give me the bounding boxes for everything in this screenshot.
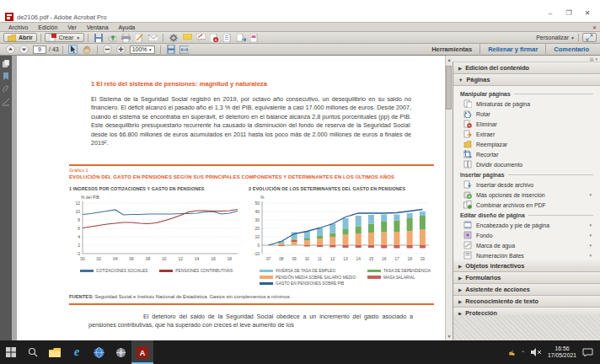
print-icon[interactable] xyxy=(121,33,131,42)
panel-section-reconocimiento[interactable]: ▶ Reconocimiento de texto xyxy=(453,296,600,308)
volume-muted-icon[interactable] xyxy=(531,348,542,356)
svg-text:00: 00 xyxy=(80,256,85,261)
gear-icon[interactable] xyxy=(169,33,179,42)
panel-section-formularios[interactable]: ▶ Formularios xyxy=(453,272,600,284)
expand-toolbar-button[interactable] xyxy=(582,33,597,42)
panel-item-extraer[interactable]: Extraer xyxy=(453,129,600,139)
upload-cloud-icon[interactable] xyxy=(108,33,117,42)
menu-ventana[interactable]: Ventana xyxy=(82,24,114,30)
panel-item-mas-opciones[interactable]: Más opciones de inserción ▾ xyxy=(453,190,600,200)
chevron-down-icon[interactable]: ▾ xyxy=(589,243,593,248)
menu-ver[interactable]: Ver xyxy=(62,24,82,30)
panel-section-asistente[interactable]: ▶ Asistente de acciones xyxy=(453,284,600,296)
annotate-icon[interactable] xyxy=(196,33,206,42)
tab-comentario[interactable]: Comentario xyxy=(545,44,597,56)
panel-item-encabezado[interactable]: Encabezado y pie de página ▾ xyxy=(453,220,600,230)
panel-item-eliminar[interactable]: Eliminar xyxy=(453,119,600,129)
taskbar-clock[interactable]: 16:56 17/05/2021 xyxy=(548,345,576,360)
panel-list-icon[interactable]: ▤ xyxy=(590,56,594,62)
panel-item-marca-agua[interactable]: Marca de agua ▾ xyxy=(453,240,600,250)
email-icon[interactable] xyxy=(148,33,158,42)
panel-item-miniaturas[interactable]: Miniaturas de página xyxy=(453,99,600,109)
acrobat-icon: A xyxy=(137,346,148,358)
panel-item-dividir[interactable]: Dividir documento xyxy=(453,159,600,169)
panel-item-insertar-archivo[interactable]: Insertar desde archivo xyxy=(453,179,600,190)
toolbar-close-icon[interactable]: ✕ xyxy=(592,24,597,30)
panel-item-recortar[interactable]: Recortar xyxy=(453,149,600,159)
panel-item-combinar[interactable]: Combinar archivos en PDF xyxy=(453,200,600,210)
fit-width-icon[interactable] xyxy=(179,45,189,54)
minimize-button[interactable]: – xyxy=(541,8,560,19)
ink-workspace-icon[interactable]: ✍ xyxy=(508,350,515,356)
action-center-icon[interactable] xyxy=(582,348,593,357)
chevron-right-icon: ▶ xyxy=(458,299,462,304)
chevron-down-icon[interactable]: ▾ xyxy=(589,233,593,238)
file-explorer-button[interactable] xyxy=(44,340,66,364)
menu-edicion[interactable]: Edición xyxy=(33,24,62,30)
maximize-button[interactable]: ❐ xyxy=(560,8,578,19)
chevron-down-icon[interactable]: ▾ xyxy=(595,56,597,62)
panel-item-rotar[interactable]: Rotar xyxy=(453,109,600,119)
menu-ayuda[interactable]: Ayuda xyxy=(114,24,141,30)
acrobat-taskbar-button[interactable]: A xyxy=(131,340,153,364)
taskbar-search-button[interactable] xyxy=(22,340,44,364)
group-editar-diseno: Editar diseño de página xyxy=(453,210,600,220)
scrolling-mode-icon[interactable] xyxy=(166,45,175,54)
previous-page-icon[interactable] xyxy=(6,45,15,54)
start-button[interactable] xyxy=(0,340,22,364)
attach-file-icon[interactable] xyxy=(223,33,233,42)
close-button[interactable]: ✕ xyxy=(578,8,597,19)
svg-text:14: 14 xyxy=(195,256,200,261)
panel-item-reemplazar[interactable]: Reemplazar xyxy=(453,139,600,149)
scroll-up-icon[interactable]: ▲ xyxy=(446,57,453,62)
svg-text:% del PIB: % del PIB xyxy=(81,195,100,200)
network-app-button[interactable] xyxy=(88,340,110,364)
chevron-down-icon[interactable]: ▾ xyxy=(589,222,593,228)
insert-pages-icon[interactable] xyxy=(237,33,246,42)
internet-explorer-button[interactable]: e xyxy=(66,340,88,364)
page-thumbnails-icon[interactable] xyxy=(2,60,10,68)
chevron-down-icon[interactable]: ▾ xyxy=(589,192,593,197)
figure-bottom-rule xyxy=(69,303,434,305)
save-icon[interactable] xyxy=(94,33,104,42)
scroll-down-icon[interactable]: ▼ xyxy=(446,334,453,339)
open-button[interactable]: Abrir xyxy=(3,33,37,42)
sticky-note-icon[interactable] xyxy=(183,33,192,42)
svg-text:11: 11 xyxy=(318,257,322,261)
scrollbar-thumb[interactable] xyxy=(446,66,452,110)
create-pdf-icon xyxy=(49,34,56,41)
chevron-down-icon[interactable]: ▾ xyxy=(589,253,593,258)
next-page-icon[interactable] xyxy=(19,45,29,54)
svg-text:8: 8 xyxy=(78,217,80,222)
panel-section-edicion[interactable]: ▶ Edición del contenido xyxy=(453,62,600,74)
svg-text:12: 12 xyxy=(178,256,183,261)
tray-chevron-icon[interactable]: ⌃ xyxy=(521,350,525,356)
zoom-in-icon[interactable] xyxy=(116,45,126,54)
tools-panel: ▶ Edición del contenido ▼ Páginas Manipu… xyxy=(453,56,600,340)
panel-item-fondo[interactable]: Fondo ▾ xyxy=(453,230,600,240)
settings-app-button[interactable] xyxy=(110,340,131,364)
zoom-out-icon[interactable] xyxy=(103,45,112,54)
tab-herramientas[interactable]: Herramientas xyxy=(424,44,479,56)
panel-section-objetos[interactable]: ▶ Objetos interactivos xyxy=(453,260,600,272)
attachments-icon[interactable] xyxy=(2,85,10,94)
zoom-level-select[interactable]: 100%▼ xyxy=(130,46,155,54)
customize-button[interactable]: Personalizar ▼ xyxy=(536,35,575,40)
svg-text:2: 2 xyxy=(78,243,80,248)
page-number-input[interactable]: 9 xyxy=(33,46,46,54)
create-button[interactable]: Crear▼ xyxy=(45,33,84,42)
menu-archivo[interactable]: Archivo xyxy=(3,24,33,30)
tab-rellenar-firmar[interactable]: Rellenar y firmar xyxy=(479,44,545,56)
export-pdf-icon[interactable] xyxy=(210,33,219,42)
bookmarks-icon[interactable] xyxy=(2,72,10,81)
stamp-icon[interactable] xyxy=(250,33,260,42)
group-manipular-paginas: Manipular páginas xyxy=(453,88,600,99)
svg-text:30: 30 xyxy=(254,217,260,222)
sign-icon[interactable] xyxy=(135,33,144,42)
legend-swatch xyxy=(260,276,273,279)
signatures-icon[interactable] xyxy=(2,98,10,106)
select-tool-icon[interactable] xyxy=(68,45,78,54)
panel-item-numeracion[interactable]: Numeración Bates ▾ xyxy=(453,250,600,260)
panel-section-paginas[interactable]: ▼ Páginas xyxy=(453,74,600,86)
hand-tool-icon[interactable] xyxy=(82,45,91,54)
